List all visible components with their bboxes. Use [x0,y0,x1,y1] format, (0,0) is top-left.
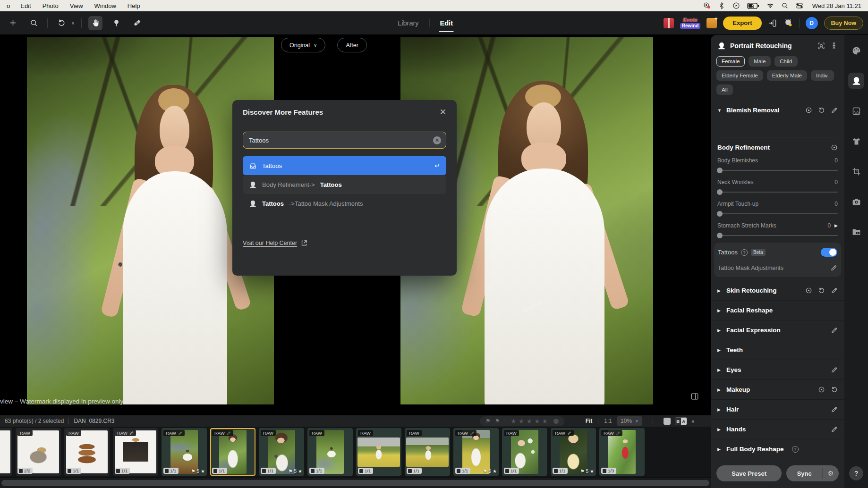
bluetooth-icon[interactable] [718,2,725,9]
section-eyes[interactable]: ▶Eyes [711,360,844,379]
info-icon[interactable]: ? [792,446,799,453]
section-facial-reshape[interactable]: ▶Facial Reshape [711,300,844,320]
original-view-dropdown[interactable]: Original ∨ [281,38,325,52]
battery-icon[interactable] [747,3,759,9]
category-pill-male[interactable]: Male [749,56,771,67]
visibility-icon[interactable] [831,144,838,151]
playback-icon[interactable] [732,2,740,9]
category-pill-child[interactable]: Child [774,56,797,67]
slider-track[interactable] [717,192,838,193]
scrollbar-thumb[interactable] [1,480,709,486]
rail-grain-icon[interactable] [848,103,864,119]
section-teeth[interactable]: ▶Teeth [711,340,844,360]
wifi-icon[interactable] [766,2,774,9]
category-pill-elderly-female[interactable]: Elderly Female [716,70,763,81]
filmstrip-thumbnail[interactable]: RAW1/1⚑5★ [259,428,304,476]
rail-palette-icon[interactable] [848,42,864,59]
slider-track[interactable] [717,235,838,236]
clear-search-icon[interactable]: ✕ [433,136,441,144]
filmstrip-thumbnail[interactable]: RAW1/1 [210,428,255,476]
info-icon[interactable]: ? [741,249,748,256]
filmstrip-thumbnail[interactable]: RAW1/1 [64,428,110,476]
search-button[interactable] [26,16,41,30]
visibility-icon[interactable] [818,386,825,393]
flag-pick-icon[interactable]: ⚑ [485,418,491,424]
filmstrip-thumbnail[interactable] [0,428,12,476]
filmstrip-thumbnail[interactable]: RAW2/2 [16,428,61,476]
add-photos-button[interactable] [6,16,20,30]
section-blemish-removal[interactable]: ▼ Blemish Removal [711,101,844,120]
save-preset-button[interactable]: Save Preset [716,465,782,481]
edit-icon[interactable] [831,426,838,433]
filmstrip-thumbnail[interactable]: RAW1/1⚑5★ [453,428,499,476]
app-menu-partial[interactable]: o [7,2,10,9]
hand-tool-button[interactable] [88,16,102,30]
evoto-rewind-button[interactable]: Evoto Rewind [680,17,701,29]
section-makeup[interactable]: ▶Makeup [711,379,844,399]
menu-item-edit[interactable]: Edit [20,2,31,9]
category-pill-indiv-[interactable]: Indiv. [811,70,834,81]
slider-track[interactable] [717,213,838,214]
search-result-row[interactable]: Tattoos↵ [243,156,446,175]
rail-portrait-icon[interactable] [848,73,864,89]
menubar-clock[interactable]: Wed 28 Jan 11:21 [812,2,861,9]
undo-button[interactable] [54,16,68,30]
export-button[interactable]: Export [723,17,761,30]
gift-promo-icon[interactable] [664,18,674,28]
section-full-body-reshape[interactable]: ▶Full Body Reshape? [711,439,844,459]
menu-item-window[interactable]: Window [94,2,116,9]
tattoos-toggle[interactable] [821,248,837,257]
edit-icon[interactable] [831,107,838,114]
star-icon[interactable]: ★ [542,418,548,425]
visibility-icon[interactable] [805,287,812,294]
filmstrip-scrollbar[interactable] [0,478,711,488]
expand-arrow-icon[interactable]: ▶ [834,223,838,228]
rail-clothes-icon[interactable] [848,133,864,149]
section-hands[interactable]: ▶Hands [711,419,844,439]
help-center-link[interactable]: Visit our Help Center [243,240,307,246]
filmstrip-thumbnail[interactable]: RAW1/1 [113,428,158,476]
star-icon[interactable]: ★ [519,418,524,425]
control-center-icon[interactable] [796,2,803,9]
sync-settings-gear-icon[interactable]: ⚙ [823,465,839,481]
spot-removal-tool-button[interactable] [130,16,144,30]
slider-knob[interactable] [717,168,723,173]
zoom-level-dropdown[interactable]: 10% ∨ [617,416,642,426]
edit-icon[interactable] [831,327,838,334]
tab-edit[interactable]: Edit [439,17,454,29]
chevron-down-icon[interactable]: ∨ [691,419,695,424]
tattoo-mask-row[interactable]: Tattoo Mask Adjustments [718,264,837,271]
rewards-cat-icon[interactable] [783,18,793,28]
filmstrip-thumbnail[interactable]: RAW1/1 [405,428,450,476]
reset-icon[interactable] [818,287,825,294]
edit-icon[interactable] [831,366,838,373]
filmstrip-thumbnail[interactable]: RAW1/1⚑5★ [162,428,207,476]
edit-icon[interactable] [831,406,838,413]
export-queue-icon[interactable] [768,18,777,28]
zoom-100-button[interactable]: 1:1 [604,418,612,424]
menu-item-view[interactable]: View [70,2,83,9]
menu-item-help[interactable]: Help [128,2,140,9]
close-icon[interactable]: ✕ [440,108,446,116]
section-skin-retouching[interactable]: ▶Skin Retouching [711,281,844,300]
screen-record-icon[interactable] [703,2,711,9]
filmstrip-thumbnail[interactable]: RAW1/1 [502,428,547,476]
slider-knob[interactable] [717,189,723,195]
star-icon[interactable]: ★ [534,418,540,425]
feature-search-input[interactable]: Tattoos ✕ [243,132,446,149]
edit-icon[interactable] [830,264,837,271]
edit-icon[interactable] [831,287,838,294]
user-avatar[interactable]: D [806,17,818,29]
category-pill-all[interactable]: All [716,84,733,95]
search-result-row[interactable]: Tattoos->Tattoo Mask Adjustments [243,194,446,213]
undo-history-chevron-icon[interactable]: ∨ [71,20,75,25]
search-result-row[interactable]: Body Refinement->Tattoos [243,175,446,194]
filmstrip-thumbnail[interactable]: RAW1/1⚑5★ [551,428,596,476]
filmstrip-thumbnail[interactable]: RAW1/3 [599,428,645,476]
rail-crop-icon[interactable] [848,163,864,179]
section-facial-expression[interactable]: ▶Facial Expression [711,320,844,340]
body-detect-icon[interactable] [830,42,838,50]
spotlight-icon[interactable] [781,2,789,9]
zoom-fit-button[interactable]: Fit [586,418,593,424]
filmstrip-thumbnail[interactable]: RAW1/1 [307,428,353,476]
